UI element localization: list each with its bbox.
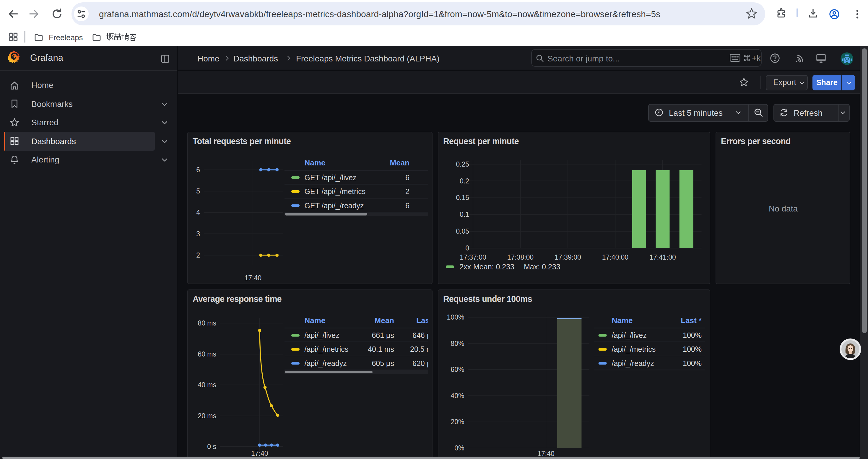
svg-text:0.15: 0.15 (456, 194, 469, 201)
svg-text:6: 6 (405, 201, 409, 210)
svg-text:/api/_/livez: /api/_/livez (612, 331, 646, 339)
svg-text:80 ms: 80 ms (197, 319, 216, 327)
svg-text:Max: 0.233: Max: 0.233 (524, 263, 560, 271)
svg-text:Mean: Mean (390, 158, 409, 167)
svg-text:17:37:00: 17:37:00 (459, 254, 486, 261)
svg-text:2: 2 (405, 187, 409, 196)
svg-text:40.1 ms: 40.1 ms (368, 345, 394, 353)
svg-text:605 µs: 605 µs (371, 359, 394, 367)
svg-text:Mean: Mean (374, 316, 394, 325)
svg-text:3: 3 (196, 230, 200, 238)
svg-text:20%: 20% (450, 418, 464, 425)
svg-text:40%: 40% (450, 392, 464, 399)
svg-text:6: 6 (196, 166, 200, 174)
svg-text:/api/_/metrics: /api/_/metrics (612, 345, 656, 353)
svg-text:4: 4 (196, 208, 200, 216)
svg-text:60 ms: 60 ms (197, 350, 216, 358)
svg-text:100%: 100% (682, 331, 701, 339)
svg-text:GET /api/_/livez: GET /api/_/livez (304, 173, 356, 182)
svg-text:/api/_/metrics: /api/_/metrics (304, 345, 348, 353)
svg-text:Name: Name (304, 158, 325, 167)
svg-text:Last *: Last * (680, 316, 702, 325)
svg-text:5: 5 (196, 187, 200, 195)
svg-text:17:38:00: 17:38:00 (507, 254, 533, 261)
svg-text:620 µs: 620 µs (412, 359, 433, 367)
svg-text:20.5 ms: 20.5 ms (410, 345, 433, 353)
svg-text:646 µs: 646 µs (412, 331, 433, 339)
svg-text:17:40:00: 17:40:00 (602, 254, 628, 261)
svg-text:/api/_/readyz: /api/_/readyz (612, 359, 654, 367)
svg-text:/api/_/livez: /api/_/livez (304, 331, 339, 339)
svg-text:Last *: Last * (416, 316, 433, 325)
svg-text:0.2: 0.2 (459, 177, 469, 185)
svg-text:100%: 100% (682, 345, 701, 353)
svg-text:100%: 100% (682, 359, 701, 367)
svg-text:17:39:00: 17:39:00 (554, 254, 581, 261)
svg-text:Name: Name (304, 316, 325, 325)
svg-text:0%: 0% (454, 444, 464, 452)
svg-text:100%: 100% (447, 313, 464, 321)
svg-text:0.25: 0.25 (456, 160, 469, 168)
svg-text:661 µs: 661 µs (371, 331, 394, 339)
svg-text:0.1: 0.1 (459, 210, 469, 218)
svg-text:/api/_/readyz: /api/_/readyz (304, 359, 346, 367)
svg-text:0.05: 0.05 (456, 227, 469, 235)
svg-text:0 s: 0 s (207, 442, 216, 450)
svg-text:60%: 60% (450, 365, 464, 373)
svg-text:80%: 80% (450, 339, 464, 347)
svg-text:17:41:00: 17:41:00 (649, 254, 676, 261)
svg-text:17:40: 17:40 (251, 449, 268, 457)
svg-text:0: 0 (465, 244, 469, 252)
svg-text:2xx: 2xx (459, 263, 471, 271)
svg-text:17:40: 17:40 (244, 274, 261, 282)
svg-text:GET /api/_/readyz: GET /api/_/readyz (304, 201, 364, 210)
svg-text:2: 2 (196, 251, 200, 259)
svg-text:GET /api/_/metrics: GET /api/_/metrics (304, 187, 366, 196)
svg-text:17:40: 17:40 (537, 450, 554, 457)
svg-text:40 ms: 40 ms (197, 381, 216, 388)
svg-text:6: 6 (405, 173, 409, 182)
svg-text:Name: Name (612, 316, 632, 325)
svg-text:Mean: 0.233: Mean: 0.233 (473, 263, 514, 271)
svg-text:20 ms: 20 ms (197, 412, 216, 419)
